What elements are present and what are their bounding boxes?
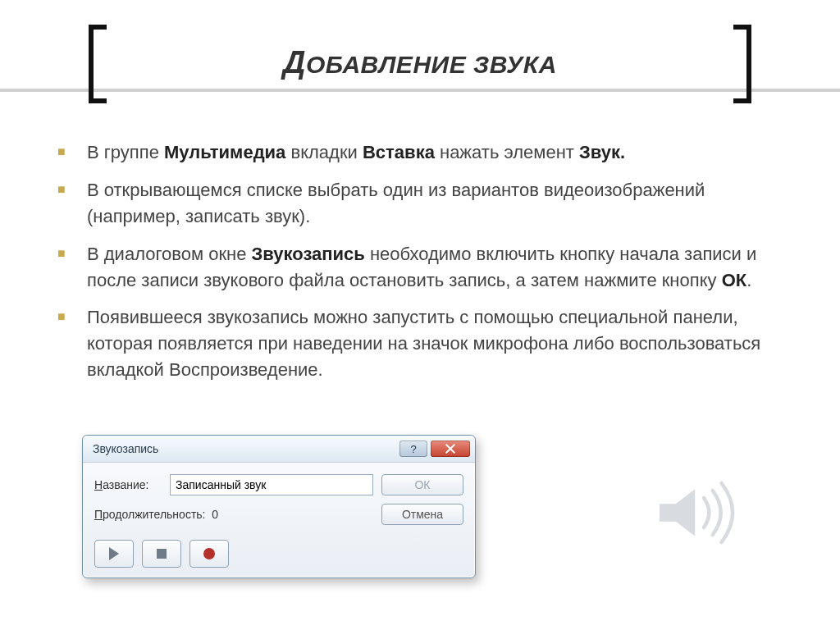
bullet-list: В группе Мультимедиа вкладки Вставка наж… (57, 139, 791, 395)
speaker-icon (651, 476, 742, 553)
dialog-title: Звукозапись (93, 442, 158, 455)
ok-button[interactable]: ОК (381, 474, 463, 495)
name-input[interactable] (170, 474, 373, 495)
list-item: В группе Мультимедиа вкладки Вставка наж… (57, 139, 791, 166)
duration-label: Продолжительность: 0 (94, 508, 234, 521)
record-icon (203, 548, 215, 559)
page-title: ДОБАВЛЕНИЕ ЗВУКА (0, 45, 840, 80)
stop-icon (157, 549, 167, 559)
stop-button[interactable] (142, 540, 181, 568)
duration-value: 0 (212, 508, 218, 521)
svg-marker-0 (660, 489, 695, 536)
list-item: Появившееся звукозапись можно запустить … (57, 304, 791, 383)
name-label: Название: (94, 478, 162, 491)
list-item: В открывающемся списке выбрать один из в… (57, 177, 791, 230)
title-rest: ОБАВЛЕНИЕ ЗВУКА (306, 51, 557, 78)
play-icon (109, 547, 119, 560)
title-initial: Д (283, 45, 306, 80)
help-button[interactable]: ? (399, 441, 427, 457)
close-button[interactable] (431, 441, 470, 457)
sound-record-dialog: Звукозапись ? Название: ОК Продолжительн… (82, 435, 476, 578)
play-button[interactable] (94, 540, 134, 568)
record-button[interactable] (189, 540, 229, 568)
list-item: В диалоговом окне Звукозапись необходимо… (57, 241, 791, 294)
horizontal-rule (0, 89, 840, 92)
dialog-titlebar[interactable]: Звукозапись ? (83, 436, 475, 463)
cancel-button[interactable]: Отмена (381, 504, 463, 525)
close-icon (445, 444, 455, 454)
